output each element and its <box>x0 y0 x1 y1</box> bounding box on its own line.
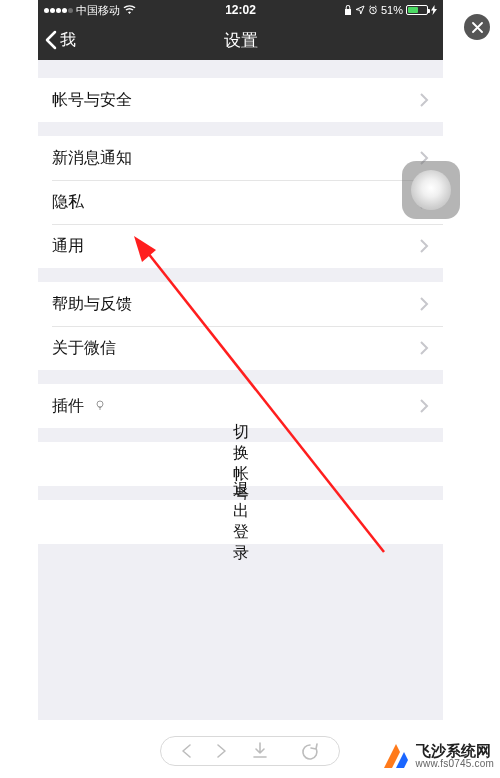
back-button[interactable]: 我 <box>44 20 76 60</box>
cell-about[interactable]: 关于微信 <box>38 326 443 370</box>
svg-point-1 <box>97 401 103 407</box>
cell-notifications[interactable]: 新消息通知 <box>38 136 443 180</box>
cell-label: 关于微信 <box>52 338 420 359</box>
chevron-right-icon <box>420 297 429 311</box>
cell-label: 帮助与反馈 <box>52 294 420 315</box>
nav-bar: 我 设置 <box>38 20 443 60</box>
cell-privacy[interactable]: 隐私 <box>38 180 443 224</box>
settings-group: 退出登录 <box>38 500 443 544</box>
cell-account-security[interactable]: 帐号与安全 <box>38 78 443 122</box>
chevron-right-icon <box>420 93 429 107</box>
wifi-icon <box>123 5 136 15</box>
assistive-touch-icon <box>411 170 451 210</box>
cell-label: 新消息通知 <box>52 148 420 169</box>
cell-label: 通用 <box>52 236 420 257</box>
carrier-label: 中国移动 <box>76 3 120 18</box>
watermark-title: 飞沙系统网 <box>416 743 494 759</box>
cell-label: 帐号与安全 <box>52 90 420 111</box>
settings-list: 帐号与安全 新消息通知 隐私 <box>38 78 443 544</box>
cell-general[interactable]: 通用 <box>38 224 443 268</box>
settings-group: 新消息通知 隐私 通用 <box>38 136 443 268</box>
clock-label: 12:02 <box>225 3 256 17</box>
cell-label: 退出登录 <box>233 480 249 564</box>
cell-label: 隐私 <box>52 192 420 213</box>
chevron-right-icon <box>420 341 429 355</box>
bulb-icon <box>94 399 106 411</box>
phone-screen: 中国移动 12:02 51% <box>38 0 443 720</box>
close-icon <box>472 22 483 33</box>
signal-dots-icon <box>44 8 73 13</box>
close-button[interactable] <box>464 14 490 40</box>
viewer-toolbar <box>160 736 340 766</box>
watermark-logo-icon <box>380 740 412 772</box>
charging-icon <box>431 5 437 15</box>
alarm-icon <box>368 5 378 15</box>
location-icon <box>355 5 365 15</box>
page-title: 设置 <box>224 29 258 52</box>
lock-icon <box>344 5 352 15</box>
chevron-right-icon <box>420 399 429 413</box>
chevron-left-icon <box>44 30 58 50</box>
assistive-touch-button[interactable] <box>402 161 460 219</box>
cell-help[interactable]: 帮助与反馈 <box>38 282 443 326</box>
settings-group: 帐号与安全 <box>38 78 443 122</box>
back-label: 我 <box>60 30 76 51</box>
status-bar: 中国移动 12:02 51% <box>38 0 443 20</box>
watermark-subtitle: www.fs0745.com <box>416 759 494 770</box>
settings-group: 帮助与反馈 关于微信 <box>38 282 443 370</box>
battery-icon <box>406 5 428 15</box>
chevron-right-icon <box>420 239 429 253</box>
cell-logout[interactable]: 退出登录 <box>38 500 443 544</box>
watermark: 飞沙系统网 www.fs0745.com <box>380 740 494 772</box>
battery-pct-label: 51% <box>381 4 403 16</box>
cell-label: 插件 <box>52 396 420 417</box>
svg-rect-4 <box>161 737 340 766</box>
